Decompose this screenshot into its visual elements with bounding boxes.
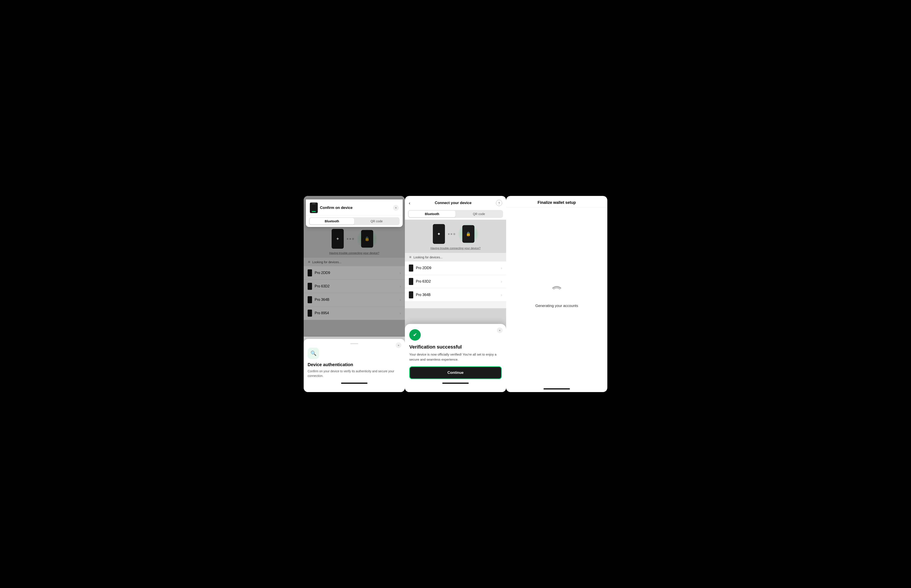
verification-sheet: × ✔ Verification successful Your device … — [405, 324, 506, 392]
verification-close[interactable]: × — [497, 328, 503, 333]
s2-gray-area: ✦ 🔒 Having troub — [405, 220, 506, 392]
target-device-wrap-2: 🔒 — [458, 224, 478, 244]
looking-spinner-2: ✳ — [409, 255, 412, 259]
s2-device-list: Pro 2DD9 › Pro 63D2 › Pro 364B — [405, 262, 506, 308]
home-indicator-1 — [341, 383, 367, 384]
s2-partial-item — [405, 302, 506, 308]
s2-mini-device-1 — [409, 265, 413, 271]
phone-right-2: 🔒 — [462, 225, 474, 243]
device-thumbnail — [310, 202, 318, 213]
screen-1: Confirm on device × Bluetooth QR code ✦ — [304, 196, 405, 392]
s2-device-item-3[interactable]: Pro 364B › — [405, 288, 506, 302]
s3-page-title: Finalize wallet setup — [537, 200, 576, 205]
device-pair-2: ✦ 🔒 — [433, 224, 478, 244]
auth-bottom-sheet: × 🔍 Device authentication Confirm on you… — [304, 339, 405, 392]
s2-header-bar: ‹ Connect your device ? — [405, 196, 506, 208]
s3-content-area: Generating your accounts — [506, 207, 607, 386]
s2-tab-bar: Bluetooth QR code — [408, 210, 503, 218]
sheet-close-1[interactable]: × — [396, 342, 401, 348]
s2-device-item-1[interactable]: Pro 2DD9 › — [405, 262, 506, 275]
dots-connector-2 — [448, 233, 455, 235]
s2-device-name-3: Pro 364B — [416, 293, 430, 297]
dot-6 — [453, 233, 455, 235]
s1-tab-qrcode[interactable]: QR code — [354, 218, 399, 225]
lock-icon-right-2: 🔒 — [466, 231, 471, 236]
s2-device-name-1: Pro 2DD9 — [416, 266, 431, 270]
spinner-segment-3 — [552, 288, 562, 298]
s1-tab-bluetooth[interactable]: Bluetooth — [310, 218, 354, 225]
s2-chevron-3: › — [501, 293, 502, 297]
s2-tab-qrcode[interactable]: QR code — [455, 211, 502, 217]
auth-sheet-title: Device authentication — [307, 362, 401, 367]
device-illustration-2: ✦ 🔒 Having troub — [405, 220, 506, 253]
sheet-handle-1 — [350, 343, 358, 344]
confirm-close-button[interactable]: × — [393, 205, 399, 211]
s2-page-title: Connect your device — [435, 201, 472, 205]
s2-mini-device-2 — [409, 278, 413, 285]
s1-tab-bar: Bluetooth QR code — [309, 217, 400, 225]
screen-3: Finalize wallet setup Generating your ac… — [506, 196, 607, 392]
dot-5 — [451, 233, 452, 235]
help-button[interactable]: ? — [496, 200, 502, 206]
auth-sheet-desc: Confirm on your device to verify its aut… — [307, 369, 401, 378]
dot-4 — [448, 233, 450, 235]
home-indicator-2 — [442, 383, 469, 384]
s2-device-item-2[interactable]: Pro 63D2 › — [405, 275, 506, 288]
generating-text: Generating your accounts — [536, 304, 578, 308]
looking-text-2: Looking for devices... — [413, 255, 443, 259]
s2-device-left-3: Pro 364B — [409, 291, 430, 299]
verification-title: Verification successful — [409, 344, 502, 350]
target-glow-2: 🔒 — [458, 224, 478, 244]
back-button[interactable]: ‹ — [409, 201, 410, 205]
trouble-link-2[interactable]: Having trouble connecting your device? — [430, 247, 481, 250]
s3-header-bar: Finalize wallet setup — [506, 196, 607, 207]
continue-button[interactable]: Continue — [409, 366, 502, 379]
s2-tab-bluetooth[interactable]: Bluetooth — [409, 211, 455, 217]
confirm-popup: Confirm on device × Bluetooth QR code — [306, 199, 403, 227]
s2-chevron-1: › — [501, 266, 502, 270]
s2-mini-device-3 — [409, 291, 413, 299]
s2-device-left-2: Pro 63D2 — [409, 278, 431, 285]
looking-row-2: ✳ Looking for devices... — [405, 253, 506, 262]
screen-2: ‹ Connect your device ? Bluetooth QR cod… — [405, 196, 506, 392]
s2-device-left-1: Pro 2DD9 — [409, 265, 431, 271]
search-device-icon: 🔍 — [311, 351, 316, 356]
confirm-title: Confirm on device — [320, 205, 353, 210]
verification-check-icon-wrap: ✔ — [409, 329, 421, 341]
s2-device-name-2: Pro 63D2 — [416, 279, 431, 283]
verification-desc: Your device is now officially verified! … — [409, 352, 502, 362]
s2-chevron-2: › — [501, 279, 502, 284]
home-indicator-3 — [544, 388, 570, 389]
checkmark-icon: ✔ — [413, 332, 417, 338]
battery-bar — [312, 211, 316, 212]
sheet-icon-wrap-1: 🔍 — [307, 348, 319, 359]
phone-left-2: ✦ — [433, 224, 445, 244]
loading-spinner — [550, 286, 563, 299]
bluetooth-icon-left-2: ✦ — [437, 231, 441, 237]
